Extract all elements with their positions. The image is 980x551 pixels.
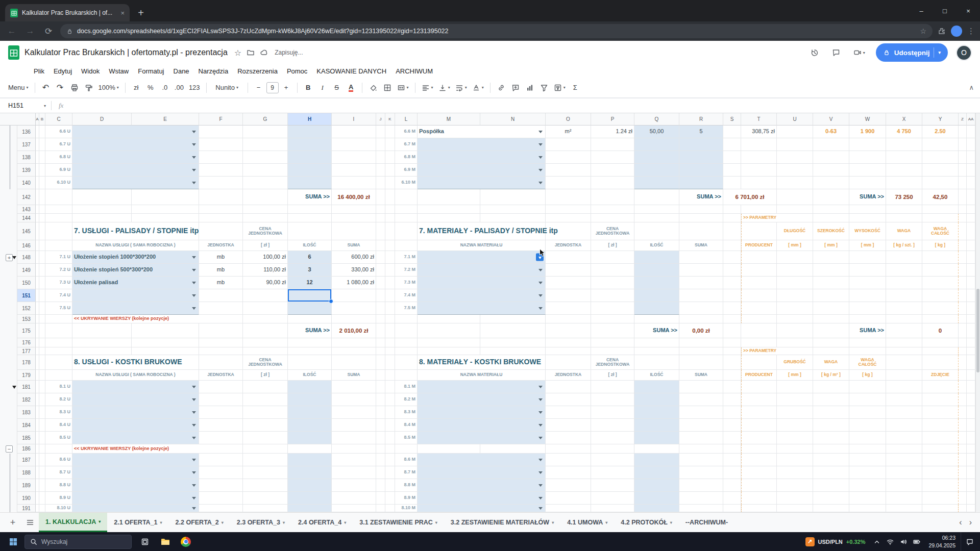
cell-T136[interactable]: 308,75 zł [741, 126, 777, 138]
cell-M189[interactable] [418, 479, 546, 492]
cell-Q191[interactable] [634, 505, 679, 512]
cell-W188[interactable] [849, 466, 886, 479]
cell-H142[interactable]: SUMA >> [288, 189, 332, 205]
cell-B187[interactable] [39, 454, 45, 466]
column-header-V[interactable]: V [813, 113, 849, 126]
cell-T181[interactable] [741, 381, 777, 393]
cell-X137[interactable] [886, 138, 922, 151]
column-header-U[interactable]: U [777, 113, 813, 126]
cell-Y191[interactable] [922, 505, 959, 512]
cell-O136[interactable]: m² [546, 126, 591, 138]
cell-C186[interactable] [45, 444, 72, 454]
cell-J153[interactable] [376, 315, 385, 323]
menu-item-8[interactable]: Rozszerzenia [233, 66, 282, 77]
meet-video-icon[interactable]: ▾ [853, 48, 865, 57]
sheet-tab-6[interactable]: 3.1 ZESTAWIENIE PRAC▾ [353, 513, 444, 532]
cell-N177[interactable] [480, 347, 546, 355]
add-sheet-button[interactable]: + [4, 513, 21, 532]
cell-AA151[interactable] [967, 289, 975, 302]
cell-A153[interactable] [36, 315, 39, 323]
cell-X140[interactable] [886, 177, 922, 189]
cell-P144[interactable] [591, 214, 634, 222]
cell-G136[interactable] [243, 126, 288, 138]
cell-D137[interactable] [72, 138, 199, 151]
cell-W140[interactable] [849, 177, 886, 189]
cell-H181[interactable] [288, 381, 332, 393]
cell-B146[interactable] [39, 240, 45, 251]
cell-Z178[interactable] [959, 355, 967, 370]
cell-Y149[interactable] [922, 264, 959, 277]
cell-L181[interactable]: 8.1 M [395, 381, 418, 393]
cell-T144[interactable]: >> PARAMETRY [741, 214, 813, 222]
cell-L177[interactable] [395, 347, 418, 355]
italic-button[interactable]: I [316, 81, 329, 95]
cell-P138[interactable] [591, 151, 634, 164]
cell-V146[interactable]: [ mm ] [813, 240, 849, 251]
cell-T149[interactable] [741, 264, 777, 277]
cell-O140[interactable] [546, 177, 591, 189]
cell-V144[interactable] [813, 214, 849, 222]
font-size-input[interactable]: 9 [266, 82, 279, 93]
cell-X185[interactable] [886, 432, 922, 444]
cell-Y177[interactable] [922, 347, 959, 355]
cell-Y151[interactable] [922, 289, 959, 302]
cell-G190[interactable] [243, 492, 288, 505]
column-header-T[interactable]: T [741, 113, 777, 126]
cell-O149[interactable] [546, 264, 591, 277]
text-rotation-button[interactable]: ▾ [470, 81, 486, 95]
cell-I175[interactable]: 2 010,00 zł [332, 323, 376, 338]
cell-N143[interactable] [480, 205, 546, 214]
row-header-150[interactable]: 150 [17, 277, 36, 289]
cell-Q151[interactable] [634, 289, 679, 302]
cell-F136[interactable] [199, 126, 243, 138]
cell-G145[interactable]: CENA JEDNOSTKOWA [243, 222, 288, 240]
new-tab-button[interactable]: + [134, 6, 148, 20]
column-header-J[interactable]: J [376, 113, 385, 126]
cell-I142[interactable]: 16 400,00 zł [332, 189, 376, 205]
cell-P186[interactable] [591, 444, 634, 454]
cell-T175[interactable] [741, 323, 777, 338]
cell-J182[interactable] [376, 393, 385, 406]
cell-L139[interactable]: 6.9 M [395, 164, 418, 177]
cell-J187[interactable] [376, 454, 385, 466]
cell-R151[interactable] [679, 289, 723, 302]
cell-J146[interactable] [376, 240, 385, 251]
cell-T148[interactable] [741, 251, 777, 264]
menu-item-4[interactable]: Wstaw [105, 66, 133, 77]
window-close-button[interactable]: × [957, 0, 980, 21]
cell-G179[interactable]: [ zł ] [243, 370, 288, 381]
cell-K137[interactable] [385, 138, 395, 151]
tray-wifi-button[interactable] [884, 538, 897, 545]
cell-O188[interactable] [546, 466, 591, 479]
cell-V176[interactable] [813, 338, 849, 347]
cell-A189[interactable] [36, 479, 39, 492]
cell-O183[interactable] [546, 406, 591, 419]
cell-C185[interactable]: 8.5 U [45, 432, 72, 444]
cell-B137[interactable] [39, 138, 45, 151]
cell-D181[interactable] [72, 381, 199, 393]
cell-T178[interactable] [741, 355, 777, 370]
cell-M152[interactable] [418, 302, 546, 315]
cell-R150[interactable] [679, 277, 723, 289]
cell-J183[interactable] [376, 406, 385, 419]
share-button[interactable]: Udostępnij ▾ [876, 43, 948, 62]
cell-O139[interactable] [546, 164, 591, 177]
print-button[interactable] [68, 81, 81, 95]
row-header-184[interactable]: 184 [17, 419, 36, 432]
horizontal-align-button[interactable]: ▾ [420, 81, 435, 95]
cell-W144[interactable] [849, 214, 886, 222]
cell-P185[interactable] [591, 432, 634, 444]
cell-H153[interactable] [288, 315, 332, 323]
tab-close-icon[interactable]: × [120, 9, 125, 17]
cell-B185[interactable] [39, 432, 45, 444]
cell-D149[interactable]: Ułożenie stopień 500*300*200 [72, 264, 199, 277]
cell-V148[interactable] [813, 251, 849, 264]
menu-item-2[interactable]: Edytuj [50, 66, 76, 77]
sheet-tab-menu-icon[interactable]: ▾ [344, 520, 346, 525]
cell-J148[interactable] [376, 251, 385, 264]
cell-J144[interactable] [376, 214, 385, 222]
cell-A179[interactable] [36, 370, 39, 381]
column-header-A[interactable]: A [36, 113, 39, 126]
cell-W138[interactable] [849, 151, 886, 164]
cell-L146[interactable] [395, 240, 418, 251]
